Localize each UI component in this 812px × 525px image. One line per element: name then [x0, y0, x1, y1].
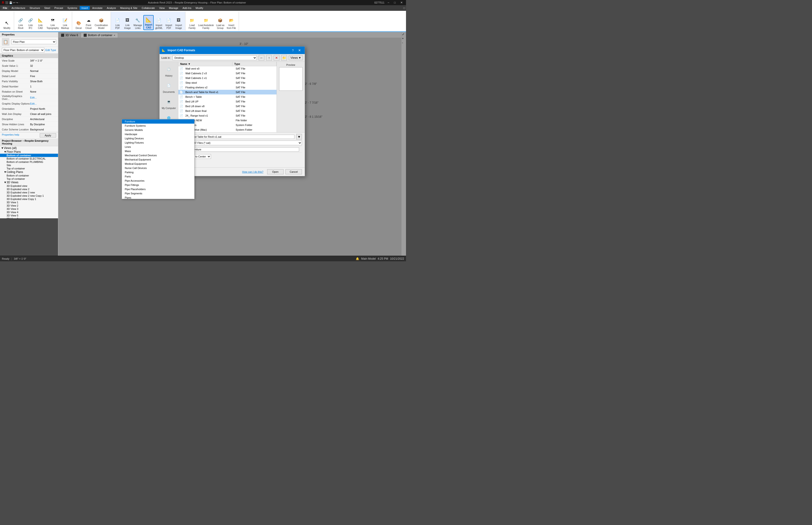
- menu-systems[interactable]: Systems: [65, 6, 79, 10]
- file-row-bench-table[interactable]: 📄 Bench and Table for Revit v1 SAT File: [178, 90, 277, 94]
- import-gbxml-button[interactable]: 📄 ImportgbXML: [154, 16, 164, 30]
- tree-item-3d-exploded-2[interactable]: 3D Exploded view 2: [0, 188, 58, 191]
- dropdown-item-mech-equipment[interactable]: Mechanical Equipment: [122, 158, 194, 162]
- menu-analyze[interactable]: Analyze: [105, 6, 118, 10]
- link-image-button[interactable]: 🖼 LinkImage: [123, 16, 132, 30]
- tree-item-bottom-electrical[interactable]: Bottom of container ELECTRICAL: [0, 157, 58, 160]
- tree-item-3d-view-2[interactable]: 3D View 2: [0, 204, 58, 207]
- import-image-button[interactable]: 🖼 ImportImage: [174, 16, 183, 30]
- load-as-group-button[interactable]: 📦 Load asGroup: [215, 16, 226, 30]
- point-cloud-button[interactable]: ☁ PointCloud: [84, 16, 93, 30]
- tree-item-3d-view-6[interactable]: 3D View 6: [0, 217, 58, 218]
- tree-item-ceiling-bottom[interactable]: Bottom of container: [0, 174, 58, 177]
- link-topography-button[interactable]: 🗺 LinkTopography: [46, 16, 60, 30]
- menu-file[interactable]: File: [1, 6, 9, 10]
- sidebar-history[interactable]: 🕐 History: [161, 64, 177, 78]
- dropdown-item-lighting-fixtures[interactable]: Lighting Fixtures: [122, 140, 194, 145]
- menu-collaborate[interactable]: Collaborate: [140, 6, 157, 10]
- file-row-bench-plus-table[interactable]: 📄 Bench + Table SAT File: [178, 94, 277, 99]
- sidebar-computer[interactable]: 💻 My Computer: [161, 96, 177, 110]
- dropdown-item-medical-equipment[interactable]: Medical Equipment: [122, 162, 194, 166]
- menu-structure[interactable]: Structure: [28, 6, 42, 10]
- dropdown-item-generic-models[interactable]: Generic Models: [122, 128, 194, 132]
- dropdown-item-mass[interactable]: Mass: [122, 149, 194, 153]
- col-header-type[interactable]: Type: [232, 62, 277, 66]
- dropdown-item-pipe-fittings[interactable]: Pipe Fittings: [122, 183, 194, 187]
- menu-modify[interactable]: Modify: [194, 6, 205, 10]
- dropdown-item-pipe-segments[interactable]: Pipe Segments: [122, 191, 194, 196]
- file-row-floating-shelves[interactable]: 📄 Floating shelves v2 SAT File: [178, 85, 277, 90]
- menu-steel[interactable]: Steel: [42, 6, 52, 10]
- menu-architecture[interactable]: Architecture: [10, 6, 27, 10]
- tree-item-3d-exploded-2-new-copy1[interactable]: 3D Exploded view 2 new Copy 1: [0, 194, 58, 197]
- load-autodesk-family-button[interactable]: 📁 Load AutodeskFamily: [197, 16, 215, 30]
- sidebar-documents[interactable]: 📄 Documents: [161, 80, 177, 94]
- import-pdf-button[interactable]: 📄 ImportPDF: [164, 16, 173, 30]
- file-name-dropdown[interactable]: ▼: [296, 134, 302, 139]
- tree-item-ceiling-plans[interactable]: ▼ Ceiling Plans: [0, 170, 58, 174]
- dialog-close-button[interactable]: ✕: [297, 48, 302, 52]
- menu-view[interactable]: View: [157, 6, 167, 10]
- dropdown-item-parts[interactable]: Parts: [122, 174, 194, 179]
- menu-insert[interactable]: Insert: [80, 6, 90, 10]
- file-row-wall-cabinets-1[interactable]: 📄 Wall Cabinets 1 v1 SAT File: [178, 76, 277, 80]
- look-in-select[interactable]: Desktop: [172, 56, 257, 60]
- dropdown-item-hardscape[interactable]: Hardscape: [122, 132, 194, 136]
- coord-model-button[interactable]: 📦 CoordinationModel: [94, 16, 109, 30]
- graphics-section-header[interactable]: Graphics: [0, 54, 58, 58]
- menu-massing[interactable]: Massing & Site: [119, 6, 139, 10]
- link-revit-button[interactable]: 🔗 LinkRevit: [16, 16, 25, 30]
- tree-item-3d-exploded-copy1[interactable]: 3D Exploded view Copy 1: [0, 197, 58, 201]
- menu-annotate[interactable]: Annotate: [90, 6, 104, 10]
- new-folder-button[interactable]: 📁: [281, 55, 287, 61]
- tree-item-3d-view-5[interactable]: 3D View 5: [0, 214, 58, 217]
- dropdown-item-pipe-accessories[interactable]: Pipe Accessories: [122, 179, 194, 183]
- tree-item-site[interactable]: Site: [0, 164, 58, 167]
- tree-item-bottom-container[interactable]: Bottom of container: [0, 154, 58, 157]
- dropdown-item-furniture[interactable]: Furniture: [122, 119, 194, 124]
- properties-help-link[interactable]: Properties help: [2, 133, 40, 137]
- tree-item-3d-views[interactable]: ▼ 3D Views: [0, 180, 58, 184]
- delete-button[interactable]: ✕: [274, 55, 279, 61]
- file-row-wall-cabinets-2[interactable]: 📄 Wall Cabinets 2 v3 SAT File: [178, 71, 277, 76]
- file-row-range-hood[interactable]: 📄 24_ Range hood v1 SAT File: [178, 113, 277, 118]
- dropdown-item-nurse-call[interactable]: Nurse Call Devices: [122, 166, 194, 170]
- manage-links-button[interactable]: 🔧 ManageLinks: [133, 16, 143, 30]
- tree-item-top-container[interactable]: Top of container: [0, 167, 58, 170]
- prop-value-visibility[interactable]: Edit...: [30, 96, 56, 99]
- minimize-button[interactable]: –: [386, 0, 391, 5]
- insert-from-file-button[interactable]: 📂 Insertfrom File: [226, 16, 237, 30]
- file-row-wall-vent[interactable]: 📄 Wall vent v0 SAT File: [178, 66, 277, 71]
- link-markup-button[interactable]: 📝 LinkMarkup: [60, 16, 70, 30]
- link-pdf-button[interactable]: 📄 LinkPDF: [113, 16, 122, 30]
- modify-button[interactable]: ↖ Modify: [2, 19, 12, 30]
- open-button[interactable]: Open: [267, 169, 284, 174]
- dropdown-item-mech-control[interactable]: Mechanical Control Devices: [122, 153, 194, 158]
- dropdown-item-pipe-placeholders[interactable]: Pipe Placeholders: [122, 187, 194, 191]
- tree-item-3d-exploded-2-new[interactable]: 3D Exploded view 2 new: [0, 191, 58, 194]
- file-row-step-stool[interactable]: 📄 Step stool SAT File: [178, 80, 277, 85]
- dropdown-item-lines[interactable]: Lines: [122, 145, 194, 149]
- apply-button[interactable]: Apply: [40, 133, 56, 137]
- file-row-bed-lift-v8[interactable]: 📄 Bed Lift down v8 SAT File: [178, 104, 277, 108]
- prop-value-graphic-display[interactable]: Edit...: [30, 102, 56, 105]
- import-category-select[interactable]: Furniture: [190, 147, 299, 152]
- tree-item-3d-exploded[interactable]: 3D Exploded view: [0, 184, 58, 188]
- file-row-bed-lift-up[interactable]: 📄 Bed Lift UP SAT File: [178, 99, 277, 104]
- tree-item-ceiling-top[interactable]: Top of container: [0, 177, 58, 180]
- cancel-button[interactable]: Cancel: [286, 169, 302, 174]
- tree-item-floor-plans[interactable]: ▼ Floor Plans: [0, 150, 58, 154]
- dropdown-item-pipes[interactable]: Pipes: [122, 196, 194, 199]
- instance-select[interactable]: Floor Plan: Bottom of container: [2, 48, 44, 52]
- tree-item-3d-view-1[interactable]: 3D View 1: [0, 201, 58, 204]
- file-name-input[interactable]: [183, 135, 294, 139]
- dropdown-item-lighting-devices[interactable]: Lighting Devices: [122, 136, 194, 140]
- menu-manage[interactable]: Manage: [167, 6, 180, 10]
- menu-addins[interactable]: Add-Ins: [181, 6, 193, 10]
- col-header-name[interactable]: Name ▼: [178, 62, 232, 66]
- import-cad-button[interactable]: 📐 ImportCAD: [143, 15, 154, 30]
- tree-item-views[interactable]: ▼ Views (all): [0, 146, 58, 150]
- close-button[interactable]: ✕: [399, 0, 404, 5]
- menu-precast[interactable]: Precast: [52, 6, 65, 10]
- tree-item-bottom-plumbing[interactable]: Bottom of container PLUMBING: [0, 160, 58, 164]
